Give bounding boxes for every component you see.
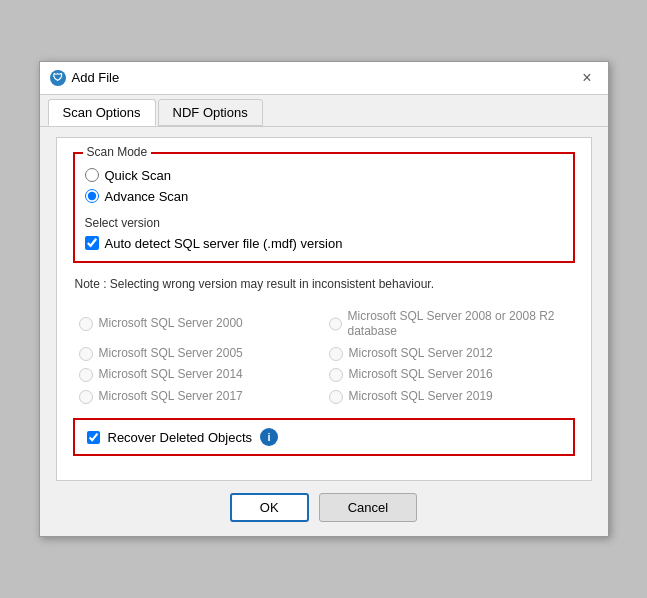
scan-mode-options: Quick Scan Advance Scan bbox=[85, 160, 563, 204]
sql-2019-radio bbox=[329, 390, 343, 404]
recover-deleted-box: Recover Deleted Objects i bbox=[73, 418, 575, 456]
sql-2014-radio bbox=[79, 368, 93, 382]
tabs-bar: Scan Options NDF Options bbox=[40, 95, 608, 127]
sql-2019-label: Microsoft SQL Server 2019 bbox=[349, 389, 493, 405]
info-icon[interactable]: i bbox=[260, 428, 278, 446]
sql-version-2000[interactable]: Microsoft SQL Server 2000 bbox=[79, 309, 319, 340]
sql-version-2014[interactable]: Microsoft SQL Server 2014 bbox=[79, 367, 319, 383]
sql-version-2012[interactable]: Microsoft SQL Server 2012 bbox=[329, 346, 569, 362]
auto-detect-checkbox[interactable] bbox=[85, 236, 99, 250]
sql-2017-radio bbox=[79, 390, 93, 404]
sql-2016-label: Microsoft SQL Server 2016 bbox=[349, 367, 493, 383]
advance-scan-option[interactable]: Advance Scan bbox=[85, 189, 563, 204]
scan-mode-group: Scan Mode Quick Scan Advance Scan Select… bbox=[73, 152, 575, 263]
sql-version-2017[interactable]: Microsoft SQL Server 2017 bbox=[79, 389, 319, 405]
add-file-dialog: 🛡 Add File × Scan Options NDF Options Sc… bbox=[39, 61, 609, 538]
quick-scan-option[interactable]: Quick Scan bbox=[85, 168, 563, 183]
sql-2012-label: Microsoft SQL Server 2012 bbox=[349, 346, 493, 362]
close-button[interactable]: × bbox=[576, 68, 597, 88]
sql-versions-grid: Microsoft SQL Server 2000 Microsoft SQL … bbox=[73, 305, 575, 409]
tab-scan-options[interactable]: Scan Options bbox=[48, 99, 156, 126]
tab-ndf-options[interactable]: NDF Options bbox=[158, 99, 263, 126]
quick-scan-label: Quick Scan bbox=[105, 168, 171, 183]
button-row: OK Cancel bbox=[40, 481, 608, 536]
sql-version-2008[interactable]: Microsoft SQL Server 2008 or 2008 R2 dat… bbox=[329, 309, 569, 340]
select-version-section: Select version Auto detect SQL server fi… bbox=[85, 216, 563, 251]
sql-2014-label: Microsoft SQL Server 2014 bbox=[99, 367, 243, 383]
sql-version-2016[interactable]: Microsoft SQL Server 2016 bbox=[329, 367, 569, 383]
note-text: Note : Selecting wrong version may resul… bbox=[73, 273, 575, 295]
advance-scan-label: Advance Scan bbox=[105, 189, 189, 204]
sql-2008-label: Microsoft SQL Server 2008 or 2008 R2 dat… bbox=[348, 309, 569, 340]
select-version-title: Select version bbox=[85, 216, 563, 230]
ok-button[interactable]: OK bbox=[230, 493, 309, 522]
dialog-title: Add File bbox=[72, 70, 120, 85]
quick-scan-radio[interactable] bbox=[85, 168, 99, 182]
cancel-button[interactable]: Cancel bbox=[319, 493, 417, 522]
title-bar-left: 🛡 Add File bbox=[50, 70, 120, 86]
advance-scan-radio[interactable] bbox=[85, 189, 99, 203]
sql-version-2019[interactable]: Microsoft SQL Server 2019 bbox=[329, 389, 569, 405]
recover-deleted-checkbox[interactable] bbox=[87, 431, 100, 444]
sql-2008-radio bbox=[329, 317, 342, 331]
auto-detect-label: Auto detect SQL server file (.mdf) versi… bbox=[105, 236, 343, 251]
sql-2016-radio bbox=[329, 368, 343, 382]
tab-content: Scan Mode Quick Scan Advance Scan Select… bbox=[56, 137, 592, 482]
sql-version-2005[interactable]: Microsoft SQL Server 2005 bbox=[79, 346, 319, 362]
sql-2017-label: Microsoft SQL Server 2017 bbox=[99, 389, 243, 405]
recover-deleted-label: Recover Deleted Objects bbox=[108, 430, 253, 445]
sql-2000-label: Microsoft SQL Server 2000 bbox=[99, 316, 243, 332]
sql-2005-label: Microsoft SQL Server 2005 bbox=[99, 346, 243, 362]
sql-2005-radio bbox=[79, 347, 93, 361]
dialog-icon: 🛡 bbox=[50, 70, 66, 86]
scan-mode-title: Scan Mode bbox=[83, 145, 152, 159]
sql-2012-radio bbox=[329, 347, 343, 361]
auto-detect-checkbox-label[interactable]: Auto detect SQL server file (.mdf) versi… bbox=[85, 236, 563, 251]
title-bar: 🛡 Add File × bbox=[40, 62, 608, 95]
sql-2000-radio bbox=[79, 317, 93, 331]
